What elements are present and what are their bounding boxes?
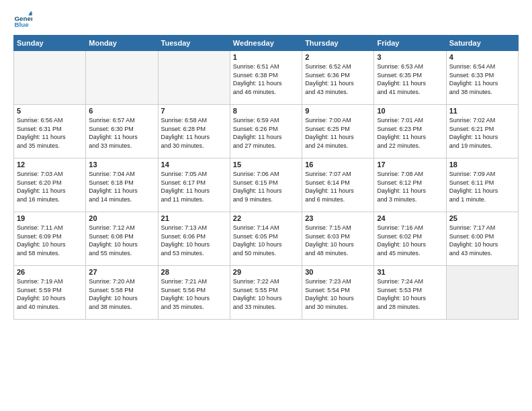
day-info: Sunrise: 7:06 AM Sunset: 6:15 PM Dayligh…	[233, 170, 299, 203]
day-number: 7	[161, 107, 227, 115]
day-info: Sunrise: 7:13 AM Sunset: 6:06 PM Dayligh…	[161, 224, 227, 257]
day-number: 28	[161, 268, 227, 276]
day-number: 29	[233, 268, 299, 276]
calendar-table: SundayMondayTuesdayWednesdayThursdayFrid…	[13, 35, 519, 320]
day-cell	[14, 51, 86, 105]
day-info: Sunrise: 6:57 AM Sunset: 6:30 PM Dayligh…	[89, 116, 154, 150]
day-cell: 28Sunrise: 7:21 AM Sunset: 5:56 PM Dayli…	[158, 266, 230, 320]
day-number: 4	[449, 53, 515, 61]
day-number: 2	[305, 53, 371, 61]
day-header-wednesday: Wednesday	[230, 36, 302, 51]
day-number: 15	[233, 161, 299, 169]
day-cell: 8Sunrise: 6:59 AM Sunset: 6:26 PM Daylig…	[230, 105, 302, 158]
day-info: Sunrise: 7:19 AM Sunset: 5:59 PM Dayligh…	[17, 277, 83, 311]
day-number: 23	[305, 214, 371, 222]
day-info: Sunrise: 6:59 AM Sunset: 6:26 PM Dayligh…	[233, 116, 299, 150]
day-cell: 1Sunrise: 6:51 AM Sunset: 6:38 PM Daylig…	[230, 51, 302, 105]
day-number: 18	[449, 161, 515, 169]
day-info: Sunrise: 6:51 AM Sunset: 6:38 PM Dayligh…	[233, 62, 299, 96]
day-number: 6	[89, 107, 154, 115]
day-cell	[158, 51, 230, 105]
day-cell: 3Sunrise: 6:53 AM Sunset: 6:35 PM Daylig…	[374, 51, 446, 105]
day-number: 16	[305, 161, 371, 169]
day-cell: 17Sunrise: 7:08 AM Sunset: 6:12 PM Dayli…	[374, 158, 446, 212]
week-row-3: 12Sunrise: 7:03 AM Sunset: 6:20 PM Dayli…	[14, 158, 519, 212]
day-cell: 18Sunrise: 7:09 AM Sunset: 6:11 PM Dayli…	[446, 158, 518, 212]
day-number: 20	[89, 214, 154, 222]
day-header-tuesday: Tuesday	[158, 36, 230, 51]
day-cell: 25Sunrise: 7:17 AM Sunset: 6:00 PM Dayli…	[446, 212, 518, 266]
day-info: Sunrise: 7:20 AM Sunset: 5:58 PM Dayligh…	[89, 277, 154, 311]
day-info: Sunrise: 7:02 AM Sunset: 6:21 PM Dayligh…	[449, 116, 515, 150]
day-cell: 21Sunrise: 7:13 AM Sunset: 6:06 PM Dayli…	[158, 212, 230, 266]
day-number: 14	[161, 161, 227, 169]
day-cell	[446, 266, 518, 320]
week-row-4: 19Sunrise: 7:11 AM Sunset: 6:09 PM Dayli…	[14, 212, 519, 266]
day-number: 5	[17, 107, 83, 115]
svg-marker-3	[30, 11, 32, 15]
day-cell: 5Sunrise: 6:56 AM Sunset: 6:31 PM Daylig…	[14, 105, 86, 158]
week-row-1: 1Sunrise: 6:51 AM Sunset: 6:38 PM Daylig…	[14, 51, 519, 105]
day-info: Sunrise: 7:22 AM Sunset: 5:55 PM Dayligh…	[233, 277, 299, 311]
day-info: Sunrise: 7:23 AM Sunset: 5:54 PM Dayligh…	[305, 277, 371, 311]
day-cell: 23Sunrise: 7:15 AM Sunset: 6:03 PM Dayli…	[302, 212, 374, 266]
logo-icon: General Blue	[13, 11, 32, 30]
day-info: Sunrise: 6:53 AM Sunset: 6:35 PM Dayligh…	[377, 62, 443, 96]
day-info: Sunrise: 7:15 AM Sunset: 6:03 PM Dayligh…	[305, 224, 371, 257]
day-cell: 12Sunrise: 7:03 AM Sunset: 6:20 PM Dayli…	[14, 158, 86, 212]
day-cell: 31Sunrise: 7:24 AM Sunset: 5:53 PM Dayli…	[374, 266, 446, 320]
day-cell: 2Sunrise: 6:52 AM Sunset: 6:36 PM Daylig…	[302, 51, 374, 105]
day-info: Sunrise: 6:52 AM Sunset: 6:36 PM Dayligh…	[305, 62, 371, 96]
day-info: Sunrise: 7:04 AM Sunset: 6:18 PM Dayligh…	[89, 170, 154, 203]
day-info: Sunrise: 7:12 AM Sunset: 6:08 PM Dayligh…	[89, 224, 154, 257]
day-cell: 30Sunrise: 7:23 AM Sunset: 5:54 PM Dayli…	[302, 266, 374, 320]
day-number: 3	[377, 53, 443, 61]
day-number: 10	[377, 107, 443, 115]
week-row-2: 5Sunrise: 6:56 AM Sunset: 6:31 PM Daylig…	[14, 105, 519, 158]
day-info: Sunrise: 7:21 AM Sunset: 5:56 PM Dayligh…	[161, 277, 227, 311]
day-cell: 22Sunrise: 7:14 AM Sunset: 6:05 PM Dayli…	[230, 212, 302, 266]
logo: General Blue	[13, 11, 35, 30]
day-number: 8	[233, 107, 299, 115]
day-cell: 15Sunrise: 7:06 AM Sunset: 6:15 PM Dayli…	[230, 158, 302, 212]
day-info: Sunrise: 6:56 AM Sunset: 6:31 PM Dayligh…	[17, 116, 83, 150]
day-number: 1	[233, 53, 299, 61]
day-info: Sunrise: 6:54 AM Sunset: 6:33 PM Dayligh…	[449, 62, 515, 96]
day-number: 13	[89, 161, 154, 169]
day-header-thursday: Thursday	[302, 36, 374, 51]
day-cell: 16Sunrise: 7:07 AM Sunset: 6:14 PM Dayli…	[302, 158, 374, 212]
day-number: 17	[377, 161, 443, 169]
week-row-5: 26Sunrise: 7:19 AM Sunset: 5:59 PM Dayli…	[14, 266, 519, 320]
day-info: Sunrise: 7:11 AM Sunset: 6:09 PM Dayligh…	[17, 224, 83, 257]
day-cell: 20Sunrise: 7:12 AM Sunset: 6:08 PM Dayli…	[86, 212, 158, 266]
day-number: 26	[17, 268, 83, 276]
day-header-saturday: Saturday	[446, 36, 518, 51]
day-info: Sunrise: 7:05 AM Sunset: 6:17 PM Dayligh…	[161, 170, 227, 203]
day-info: Sunrise: 7:07 AM Sunset: 6:14 PM Dayligh…	[305, 170, 371, 203]
day-number: 24	[377, 214, 443, 222]
day-cell: 14Sunrise: 7:05 AM Sunset: 6:17 PM Dayli…	[158, 158, 230, 212]
day-header-row: SundayMondayTuesdayWednesdayThursdayFrid…	[14, 36, 519, 51]
day-cell: 10Sunrise: 7:01 AM Sunset: 6:23 PM Dayli…	[374, 105, 446, 158]
day-info: Sunrise: 7:08 AM Sunset: 6:12 PM Dayligh…	[377, 170, 443, 203]
day-header-sunday: Sunday	[14, 36, 86, 51]
day-header-monday: Monday	[86, 36, 158, 51]
svg-text:Blue: Blue	[14, 21, 29, 28]
calendar-header: General Blue	[13, 11, 519, 30]
day-cell: 26Sunrise: 7:19 AM Sunset: 5:59 PM Dayli…	[14, 266, 86, 320]
day-number: 12	[17, 161, 83, 169]
day-cell: 24Sunrise: 7:16 AM Sunset: 6:02 PM Dayli…	[374, 212, 446, 266]
day-number: 31	[377, 268, 443, 276]
day-cell: 9Sunrise: 7:00 AM Sunset: 6:25 PM Daylig…	[302, 105, 374, 158]
day-number: 30	[305, 268, 371, 276]
day-number: 11	[449, 107, 515, 115]
day-header-friday: Friday	[374, 36, 446, 51]
day-number: 21	[161, 214, 227, 222]
day-info: Sunrise: 7:00 AM Sunset: 6:25 PM Dayligh…	[305, 116, 371, 150]
day-info: Sunrise: 7:09 AM Sunset: 6:11 PM Dayligh…	[449, 170, 515, 203]
day-cell: 6Sunrise: 6:57 AM Sunset: 6:30 PM Daylig…	[86, 105, 158, 158]
day-info: Sunrise: 7:16 AM Sunset: 6:02 PM Dayligh…	[377, 224, 443, 257]
day-cell: 29Sunrise: 7:22 AM Sunset: 5:55 PM Dayli…	[230, 266, 302, 320]
calendar-container: General Blue SundayMondayTuesdayWednesda…	[0, 0, 532, 411]
day-cell: 4Sunrise: 6:54 AM Sunset: 6:33 PM Daylig…	[446, 51, 518, 105]
